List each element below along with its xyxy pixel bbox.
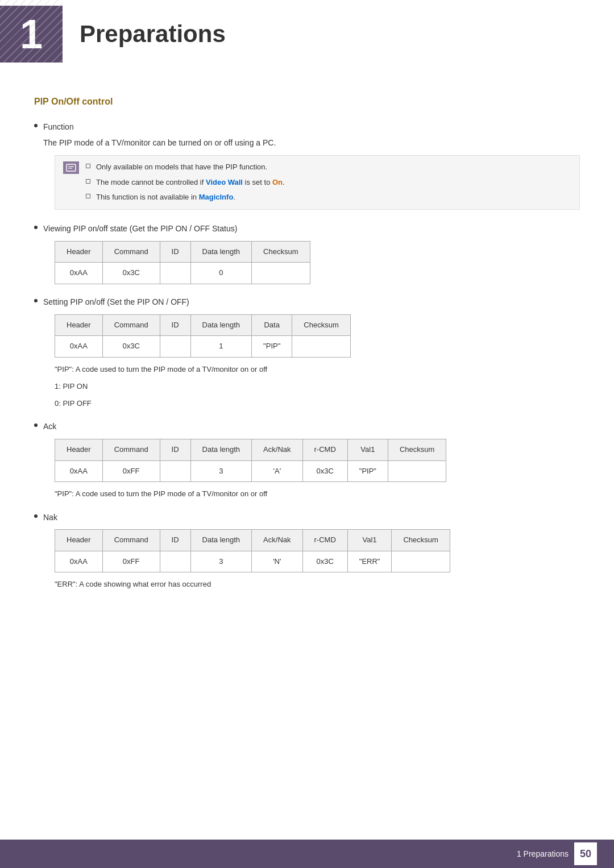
note-square-3 [86, 194, 90, 198]
svg-rect-0 [67, 164, 76, 171]
th-command: Command [102, 241, 160, 263]
td-s-header-val: 0xAA [55, 336, 103, 358]
th-checksum: Checksum [252, 241, 310, 263]
td-s-data-length-val: 1 [190, 336, 252, 358]
th-n-id: ID [160, 529, 190, 551]
th-a-checksum: Checksum [388, 439, 446, 460]
td-a-rcmd-val: 0x3C [302, 460, 347, 482]
th-a-val1: Val1 [347, 439, 388, 460]
th-n-val1: Val1 [347, 529, 392, 551]
viewing-bullet: Viewing PIP on/off state (Get the PIP ON… [34, 222, 580, 290]
table-nak-header-row: Header Command ID Data length Ack/Nak r-… [55, 529, 450, 551]
footer: 1 Preparations 50 [0, 840, 614, 868]
th-n-acknak: Ack/Nak [252, 529, 302, 551]
bullet-dot-ack [34, 423, 38, 427]
table-setting: Header Command ID Data length Data Check… [55, 314, 351, 358]
pip-note2: "PIP": A code used to turn the PIP mode … [55, 488, 580, 500]
td-n-rcmd-val: 0x3C [302, 551, 347, 572]
table-setting-header-row: Header Command ID Data length Data Check… [55, 314, 351, 336]
function-bullet: Function The PIP mode of a TV/monitor ca… [34, 121, 580, 215]
td-n-val1-val: "ERR" [347, 551, 392, 572]
table-viewing-header-row: Header Command ID Data length Checksum [55, 241, 310, 263]
pip-off: 0: PIP OFF [55, 397, 580, 410]
table-ack-data-row: 0xAA 0xFF 3 'A' 0x3C "PIP" [55, 460, 446, 482]
td-n-header-val: 0xAA [55, 551, 103, 572]
nak-text: Nak Header Command ID Data length Ack/Na… [43, 511, 580, 596]
pip-on: 1: PIP ON [55, 380, 580, 393]
header-decoration [0, 0, 63, 63]
note-box: Only available on models that have the P… [55, 155, 580, 210]
table-viewing: Header Command ID Data length Checksum 0… [55, 241, 310, 285]
table-setting-container: Header Command ID Data length Data Check… [55, 314, 580, 358]
th-n-rcmd: r-CMD [302, 529, 347, 551]
footer-page-number: 50 [574, 842, 597, 865]
td-n-id-val [160, 551, 190, 572]
td-n-data-length-val: 3 [190, 551, 252, 572]
chapter-header: 1 Preparations [0, 0, 614, 63]
bullet-dot-nak [34, 514, 38, 518]
th-s-command: Command [102, 314, 160, 336]
main-content: PIP On/Off control Function The PIP mode… [0, 85, 614, 636]
note-square-1 [86, 164, 90, 168]
note-square-2 [86, 179, 90, 184]
note-item-2: The mode cannot be controlled if Video W… [86, 177, 571, 189]
th-a-id: ID [160, 439, 190, 460]
td-a-data-length-val: 3 [190, 460, 252, 482]
td-s-id-val [160, 336, 190, 358]
th-n-command: Command [102, 529, 160, 551]
td-n-command-val: 0xFF [102, 551, 160, 572]
td-checksum-val [252, 263, 310, 284]
note-item-3: This function is not available in MagicI… [86, 192, 571, 203]
th-n-checksum: Checksum [392, 529, 450, 551]
bullet-dot-viewing [34, 226, 38, 229]
chapter-title: Preparations [63, 6, 243, 63]
setting-text: Setting PIP on/off (Set the PIP ON / OFF… [43, 296, 580, 414]
table-ack: Header Command ID Data length Ack/Nak r-… [55, 439, 446, 483]
bullet-dot-setting [34, 299, 38, 302]
function-description: The PIP mode of a TV/monitor can be turn… [43, 136, 580, 149]
th-n-header: Header [55, 529, 103, 551]
table-nak-container: Header Command ID Data length Ack/Nak r-… [55, 529, 580, 573]
th-s-header: Header [55, 314, 103, 336]
footer-text: 1 Preparations [517, 849, 569, 858]
td-a-id-val [160, 460, 190, 482]
td-id-val [160, 263, 190, 284]
td-s-command-val: 0x3C [102, 336, 160, 358]
th-a-rcmd: r-CMD [302, 439, 347, 460]
table-ack-container: Header Command ID Data length Ack/Nak r-… [55, 439, 580, 483]
th-a-header: Header [55, 439, 103, 460]
pip-note1: "PIP": A code used to turn the PIP mode … [55, 363, 580, 376]
th-s-checksum: Checksum [292, 314, 350, 336]
setting-bullet: Setting PIP on/off (Set the PIP ON / OFF… [34, 296, 580, 414]
section-title: PIP On/Off control [34, 97, 580, 107]
td-a-checksum-val [388, 460, 446, 482]
td-a-command-val: 0xFF [102, 460, 160, 482]
td-header-val: 0xAA [55, 263, 103, 284]
th-n-data-length: Data length [190, 529, 252, 551]
err-note: "ERR": A code showing what error has occ… [55, 578, 580, 591]
td-data-length-val: 0 [190, 263, 252, 284]
td-a-header-val: 0xAA [55, 460, 103, 482]
th-data-length: Data length [190, 241, 252, 263]
table-viewing-container: Header Command ID Data length Checksum 0… [55, 241, 580, 285]
ack-bullet: Ack Header Command ID Data length Ack/Na… [34, 420, 580, 505]
ack-text: Ack Header Command ID Data length Ack/Na… [43, 420, 580, 505]
th-s-data-length: Data length [190, 314, 252, 336]
nak-bullet: Nak Header Command ID Data length Ack/Na… [34, 511, 580, 596]
td-a-acknak-val: 'A' [252, 460, 302, 482]
td-command-val: 0x3C [102, 263, 160, 284]
td-a-val1-val: "PIP" [347, 460, 388, 482]
table-nak: Header Command ID Data length Ack/Nak r-… [55, 529, 450, 573]
bullet-dot [34, 124, 38, 127]
td-s-checksum-val [292, 336, 350, 358]
th-a-acknak: Ack/Nak [252, 439, 302, 460]
th-a-data-length: Data length [190, 439, 252, 460]
th-header: Header [55, 241, 103, 263]
note-items: Only available on models that have the P… [86, 161, 571, 203]
table-ack-header-row: Header Command ID Data length Ack/Nak r-… [55, 439, 446, 460]
td-n-acknak-val: 'N' [252, 551, 302, 572]
note-item-1: Only available on models that have the P… [86, 161, 571, 173]
viewing-text: Viewing PIP on/off state (Get the PIP ON… [43, 222, 580, 290]
table-viewing-data-row: 0xAA 0x3C 0 [55, 263, 310, 284]
th-s-data: Data [252, 314, 292, 336]
